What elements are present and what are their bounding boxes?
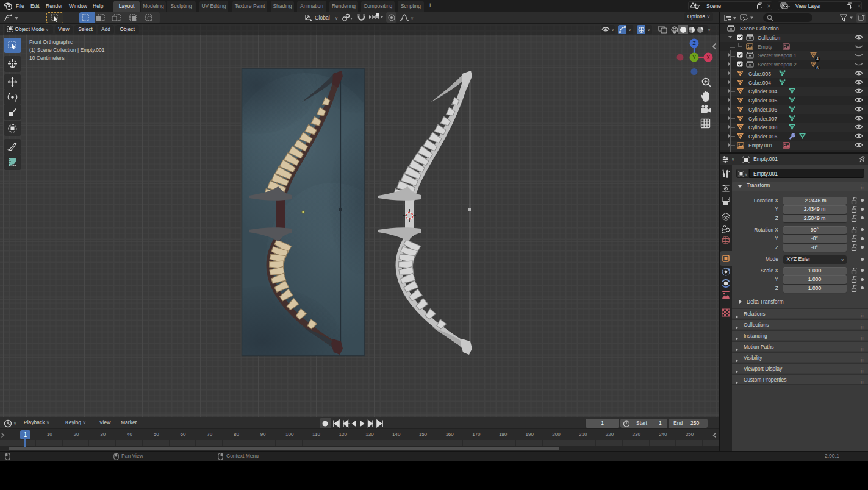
svg-text:Y: Y [692,54,696,60]
svg-text:X: X [706,54,710,60]
svg-text:Z: Z [692,40,695,46]
